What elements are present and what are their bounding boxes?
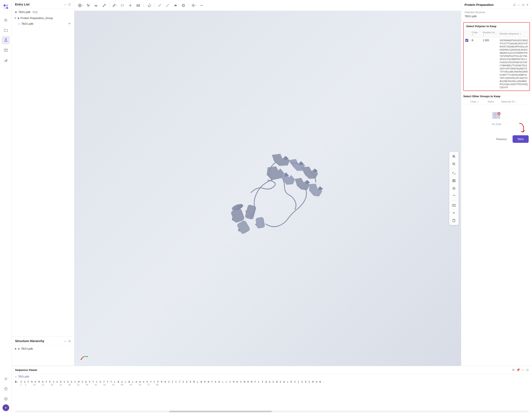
viewer-right-toolbar — [449, 152, 458, 225]
og-col-chain: Chain ⇕ — [470, 99, 487, 104]
prep-header-controls: ⊡ — ⊡ ✕ — [513, 3, 529, 7]
measure-btn[interactable] — [101, 2, 108, 9]
sidebar-icon-folder[interactable] — [2, 26, 10, 34]
movie-btn[interactable] — [451, 202, 457, 209]
sidebar-icon-layers[interactable]: ⊞ — [2, 16, 10, 24]
og-chain-sort[interactable]: ⇕ — [477, 101, 479, 103]
struct-minimize[interactable]: — — [64, 340, 67, 343]
col-checkbox-header — [464, 30, 470, 38]
entry-item-7b2u[interactable]: ◆ 7B2U.pdb Prot — [12, 9, 74, 15]
svg-rect-21 — [121, 5, 124, 6]
r-sep-1 — [451, 168, 457, 169]
clipboard-btn[interactable] — [451, 217, 457, 224]
og-mol-sort[interactable]: ⇕ — [515, 101, 517, 103]
zoom-out-btn[interactable] — [451, 161, 457, 167]
og-name-label: Name — [488, 100, 494, 103]
seq-num-20: 20 — [51, 384, 53, 386]
extra-btn[interactable] — [198, 2, 205, 9]
entry-list-expand[interactable]: ⊡ — [68, 3, 71, 6]
polymer-checkbox-cell[interactable] — [464, 38, 470, 90]
sidebar-icon-chart[interactable] — [2, 56, 10, 64]
next-button[interactable]: Next — [513, 135, 529, 143]
seq-header: Sequence Viewer ⚙ 📌 — ⊡ — [12, 366, 532, 374]
residue-no-sort-icon[interactable]: ⇕ — [483, 34, 484, 36]
polymer-checkbox-b[interactable] — [465, 39, 468, 42]
sphere-btn[interactable] — [180, 2, 187, 9]
chain-b-value: B — [472, 39, 473, 42]
polymer-section-title: Select Polymer to Keep — [464, 23, 530, 30]
select-tool-btn[interactable] — [85, 2, 92, 9]
previous-button[interactable]: Previous — [493, 136, 510, 142]
chain-sort-icon[interactable]: ⇕ — [472, 34, 473, 36]
col-chain-header: Chain ⇕ — [470, 30, 481, 38]
sidebar-icon-settings[interactable] — [2, 375, 10, 383]
up-down-btn[interactable] — [451, 209, 457, 216]
seq-settings-icon[interactable]: ⚙ — [512, 368, 515, 372]
rotate-tool-btn[interactable] — [93, 2, 100, 9]
visibility-icon[interactable]: 👁 — [68, 22, 71, 25]
viewer-toolbar: ▾ — [74, 0, 461, 11]
select-region-btn[interactable] — [119, 2, 126, 9]
sidebar-icon-help[interactable] — [2, 385, 10, 393]
seq-scrollbar-thumb[interactable] — [169, 411, 272, 412]
seq-pdb-label: ◇ 7B2U.pdb — [12, 374, 532, 379]
structure-hierarchy-header: Structure Hierarchy — ⊡ — [12, 337, 74, 345]
residue-seq-value: SGFRKMAEPSGKVEGCMVQVTCGTTTLNGLWLDDVVYCPR… — [500, 39, 528, 89]
sidebar-icon-cloud[interactable] — [2, 395, 10, 403]
reset-view-btn[interactable] — [451, 170, 457, 177]
prep-minimize-icon[interactable]: — — [517, 3, 520, 7]
seq-title: Sequence Viewer — [15, 368, 37, 372]
entry-list-title: Entry List — [15, 2, 29, 6]
nav-area: Previous Next — [461, 132, 532, 146]
center-btn[interactable] — [451, 185, 457, 192]
link-btn[interactable] — [172, 2, 179, 9]
svg-point-15 — [78, 4, 81, 7]
svg-rect-38 — [255, 217, 265, 228]
label-btn[interactable] — [127, 2, 134, 9]
entry-list-panel: Entry List — ⊡ ◆ 7B2U.pdb Prot ▼ ◆ Pro — [12, 0, 74, 337]
seq-chain-row: B: S G F R K M A F P S G K V E G C M V Q… — [15, 381, 529, 383]
seq-scrollbar[interactable] — [15, 411, 529, 412]
selected-structure-section: Selected Structure 7B2U.pdb — [461, 9, 532, 20]
svg-marker-64 — [87, 356, 88, 357]
prep-close-icon[interactable]: ✕ — [526, 3, 529, 7]
toolbar-sep-3 — [154, 3, 154, 8]
curve-btn[interactable] — [164, 2, 171, 9]
struct-expand[interactable]: ⊡ — [68, 340, 71, 343]
color-btn[interactable] — [145, 2, 152, 9]
red-arrow-annotation — [517, 121, 530, 135]
entry-prep-group[interactable]: ▼ ◆ Protein Preparation_Group — [12, 15, 74, 21]
prep-copy-icon[interactable]: ⊡ — [513, 3, 516, 7]
residue-seq-sort-icon[interactable]: ⇕ — [520, 33, 521, 35]
sidebar-icon-flask[interactable] — [2, 36, 10, 44]
svg-line-20 — [104, 5, 105, 6]
seq-num-60: 60 — [121, 384, 124, 386]
rotate-btn[interactable] — [451, 193, 457, 199]
toolbar-sep-4 — [189, 3, 189, 8]
user-avatar[interactable]: Y — [2, 404, 9, 411]
representation-btn[interactable]: ▾ — [77, 3, 84, 8]
viewer-3d[interactable] — [74, 11, 461, 366]
screenshot-btn[interactable] — [451, 177, 457, 184]
settings-gear-btn[interactable]: ▾ — [190, 4, 197, 7]
hier-item-7b2u[interactable]: ▶ ◆ 7B2U.pdb — [12, 345, 74, 352]
entry-list-minimize[interactable]: — — [64, 3, 67, 6]
prep-expand-icon[interactable]: ⊡ — [522, 3, 524, 7]
pencil-btn[interactable]: ▾ — [111, 4, 118, 7]
line-btn[interactable] — [156, 2, 163, 9]
svg-point-53 — [454, 180, 455, 181]
zoom-in-btn[interactable] — [451, 153, 457, 160]
svg-point-24 — [182, 4, 185, 7]
entry-child-7b2u[interactable]: ◇ 7B2U.pdb 👁 — [12, 21, 74, 27]
other-groups-table: Chain ⇕ Name Molecular ID ⇕ — [463, 99, 530, 104]
sidebar-icon-table[interactable] — [2, 46, 10, 54]
svg-point-3 — [6, 7, 8, 9]
seq-minimize-icon[interactable]: — — [522, 368, 524, 372]
seq-expand-icon[interactable]: ⊡ — [526, 368, 529, 372]
seq-chain-id: B: — [15, 381, 18, 383]
toolbar-sep-1 — [109, 3, 110, 8]
email-btn[interactable] — [135, 2, 142, 9]
residue-no-label: Residue No. — [483, 31, 495, 34]
entry-group-label: Protein Preparation_Group — [20, 17, 53, 20]
seq-pin-icon[interactable]: 📌 — [516, 368, 520, 372]
